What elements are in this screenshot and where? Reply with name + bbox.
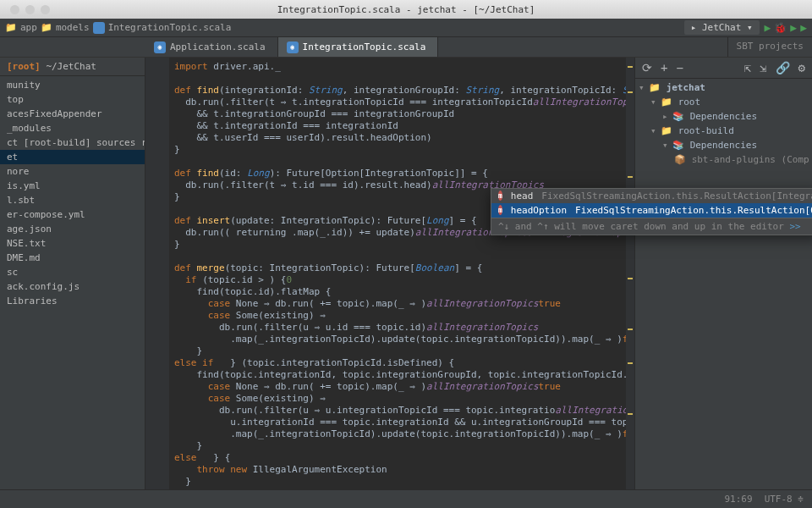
caret-position[interactable]: 91:69 [725, 494, 753, 505]
project-root[interactable]: [root] ~/JetChat [0, 58, 145, 76]
breadcrumb[interactable]: 📁app 📁models ◉IntegrationTopic.scala [5, 22, 231, 34]
window-title: IntegrationTopic.scala - jetchat - [~/Je… [277, 4, 535, 15]
project-tree-item[interactable]: nore [0, 164, 145, 179]
run-coverage-icon[interactable]: ▶ [790, 21, 797, 34]
project-tree-item[interactable]: ct [root-build] sources root [0, 135, 145, 150]
completion-hint: ^↓ and ^↑ will move caret down and up in… [491, 218, 812, 235]
project-tree-item[interactable]: sc [0, 265, 145, 279]
code-editor[interactable]: import driver.api._ def find(integration… [145, 58, 634, 489]
traffic-lights[interactable] [10, 5, 50, 14]
method-icon: m [498, 205, 502, 215]
sbt-panel-label[interactable]: SBT projects [727, 37, 812, 57]
sbt-project-root[interactable]: ▾📁 jetchat [635, 80, 812, 95]
sbt-node[interactable]: ▾📚 Dependencies [635, 138, 812, 152]
scala-file-icon: ◉ [93, 22, 105, 34]
gutter[interactable] [145, 58, 169, 489]
project-tree-item[interactable]: munity [0, 78, 145, 92]
link-icon[interactable]: 🔗 [776, 61, 790, 75]
project-tree-item[interactable]: age.json [0, 222, 145, 236]
add-icon[interactable]: + [661, 61, 667, 75]
sbt-tool-window[interactable]: ⟳ + − ⇱ ⇲ 🔗 ⚙ ▾📁 jetchat ▾📁 root ▸📚 Depe… [634, 58, 812, 489]
breadcrumb-bar: 📁app 📁models ◉IntegrationTopic.scala ▸ J… [0, 19, 812, 37]
status-bar: 91:69 UTF-8 ≑ [0, 489, 812, 508]
settings-icon[interactable]: ⚙ [798, 61, 805, 75]
collapse-icon[interactable]: ⇲ [760, 61, 766, 75]
scala-file-icon: ◉ [154, 41, 166, 53]
scala-file-icon: ◉ [287, 41, 299, 53]
project-tree-item[interactable]: er-compose.yml [0, 207, 145, 222]
completion-popup[interactable]: m head FixedSqlStreamingAction.this.Resu… [491, 188, 812, 235]
debug-icon[interactable]: 🐞 [774, 22, 787, 34]
method-icon: m [498, 190, 502, 201]
completion-item[interactable]: m head FixedSqlStreamingAction.this.Resu… [491, 189, 812, 203]
sbt-node[interactable]: ▾📁 root-build [635, 124, 812, 138]
sbt-node[interactable]: 📦 sbt-and-plugins (Comp [635, 152, 812, 167]
folder-icon: 📁 [41, 22, 52, 33]
folder-icon: 📁 [5, 22, 17, 33]
window-titlebar: IntegrationTopic.scala - jetchat - [~/Je… [0, 0, 812, 19]
project-tree-item[interactable]: acesFixedAppender [0, 107, 145, 121]
project-tree-item[interactable]: NSE.txt [0, 236, 145, 251]
completion-item[interactable]: m headOption FixedSqlStreamingAction.thi… [491, 203, 812, 218]
sbt-node[interactable]: ▸📚 Dependencies [635, 109, 812, 124]
project-tree-item[interactable]: top [0, 92, 145, 107]
run-buttons: ▶ 🐞 ▶ ▶ [765, 21, 807, 34]
error-stripe[interactable] [626, 58, 634, 489]
project-tree-item[interactable]: l.sbt [0, 193, 145, 207]
project-tree-item[interactable]: ack.config.js [0, 279, 145, 294]
tab-application[interactable]: ◉Application.scala [145, 37, 278, 57]
project-tree-item[interactable]: Libraries [0, 294, 145, 308]
run-config-selector[interactable]: ▸ JetChat ▾ [684, 20, 760, 35]
expand-icon[interactable]: ⇱ [744, 61, 751, 75]
refresh-icon[interactable]: ⟳ [642, 61, 652, 75]
remove-icon[interactable]: − [676, 61, 683, 75]
project-tree-item[interactable]: is.yml [0, 179, 145, 193]
run-profile-icon[interactable]: ▶ [800, 21, 807, 34]
editor-tabs: ◉Application.scala ◉IntegrationTopic.sca… [0, 37, 812, 58]
sbt-node[interactable]: ▾📁 root [635, 95, 812, 109]
project-tree-item[interactable]: et [0, 150, 145, 164]
project-tree-item[interactable]: DME.md [0, 251, 145, 265]
project-panel[interactable]: [root] ~/JetChat munitytopacesFixedAppen… [0, 58, 145, 489]
encoding[interactable]: UTF-8 ≑ [765, 494, 804, 505]
project-tree-item[interactable]: _modules [0, 121, 145, 135]
run-icon[interactable]: ▶ [765, 21, 771, 34]
tab-integrationtopic[interactable]: ◉IntegrationTopic.scala [278, 37, 439, 57]
